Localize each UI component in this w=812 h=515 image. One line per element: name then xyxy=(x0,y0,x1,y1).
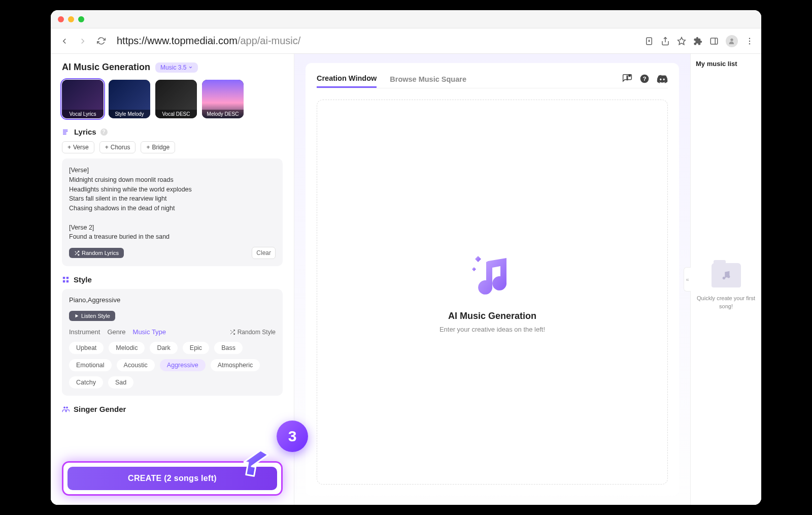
style-chips: UpbeatMelodicDarkEpicBassEmotionalAcoust… xyxy=(69,342,276,389)
mode-melody-desc[interactable]: Melody DESC xyxy=(202,80,244,118)
mid-card: Creation Window Browse Music Square ? xyxy=(306,63,679,496)
tab-browse-square[interactable]: Browse Music Square xyxy=(390,71,466,87)
add-verse-button[interactable]: + Verse xyxy=(62,141,94,153)
profile-avatar[interactable] xyxy=(726,35,738,47)
browser-window: https://www.topmediai.com/app/ai-music/ … xyxy=(51,10,761,505)
style-tabs: Instrument Genre Music Type Random Style xyxy=(69,328,276,336)
chip-dark[interactable]: Dark xyxy=(150,342,177,354)
svg-point-17 xyxy=(722,277,725,280)
lyrics-editor[interactable]: [Verse] Midnight cruising down moonlit r… xyxy=(62,158,283,266)
shuffle-icon xyxy=(74,250,80,256)
back-button[interactable] xyxy=(58,35,71,48)
share-icon[interactable] xyxy=(661,37,670,46)
lyrics-text[interactable]: [Verse] Midnight cruising down moonlit r… xyxy=(69,166,276,242)
close-window-button[interactable] xyxy=(58,16,64,22)
chip-aggressive[interactable]: Aggressive xyxy=(160,359,206,371)
svg-point-6 xyxy=(749,40,750,41)
right-panel: « My music list Quickly create your firs… xyxy=(690,54,761,505)
singer-gender-heading: Singer Gender xyxy=(62,405,283,413)
svg-rect-8 xyxy=(63,277,65,279)
music-note-icon xyxy=(467,251,518,302)
svg-point-7 xyxy=(749,43,750,44)
canvas-subtitle: Enter your creative ideas on the left! xyxy=(439,326,545,333)
minimize-window-button[interactable] xyxy=(68,16,74,22)
mode-style-melody[interactable]: Style Melody xyxy=(109,80,150,118)
mode-vocal-desc[interactable]: Vocal DESC xyxy=(155,80,197,118)
style-heading: Style xyxy=(62,275,283,284)
lyrics-heading: Lyrics ? xyxy=(62,127,283,136)
version-label: Music 3.5 xyxy=(160,64,186,71)
style-input[interactable]: Piano,Aggressive xyxy=(69,296,276,304)
svg-rect-2 xyxy=(710,38,718,44)
titlebar xyxy=(51,10,761,28)
empty-hint: Quickly create your first song! xyxy=(696,295,756,310)
random-lyrics-button[interactable]: Random Lyrics xyxy=(69,248,124,258)
tab-instrument[interactable]: Instrument xyxy=(69,328,100,336)
address-bar[interactable]: https://www.topmediai.com/app/ai-music/ xyxy=(113,35,639,47)
traffic-lights xyxy=(58,16,84,22)
tutorial-arrow-icon xyxy=(241,447,274,479)
forward-button[interactable] xyxy=(76,35,89,48)
svg-point-12 xyxy=(63,407,65,409)
mid-tabs: Creation Window Browse Music Square ? xyxy=(317,70,668,88)
style-editor: Piano,Aggressive Listen Style Instrument… xyxy=(62,289,283,396)
random-style-button[interactable]: Random Style xyxy=(229,329,276,336)
add-chorus-button[interactable]: + Chorus xyxy=(99,141,136,153)
discord-icon[interactable] xyxy=(657,74,668,85)
url-path: /app/ai-music/ xyxy=(238,35,301,47)
add-bridge-button[interactable]: + Bridge xyxy=(141,141,175,153)
listen-style-button[interactable]: Listen Style xyxy=(69,311,115,321)
collapse-handle[interactable]: « xyxy=(684,267,691,292)
tab-genre[interactable]: Genre xyxy=(107,328,125,336)
tab-creation-window[interactable]: Creation Window xyxy=(317,70,377,88)
extensions-icon[interactable] xyxy=(693,37,702,46)
menu-icon[interactable] xyxy=(745,37,754,46)
panel-icon[interactable] xyxy=(709,37,719,46)
mid-panel: Creation Window Browse Music Square ? xyxy=(294,54,690,505)
help-circle-icon[interactable]: ? xyxy=(639,74,650,85)
svg-text:?: ? xyxy=(642,75,646,82)
chip-melodic[interactable]: Melodic xyxy=(109,342,145,354)
svg-rect-10 xyxy=(63,280,65,282)
feedback-icon[interactable] xyxy=(622,74,632,85)
mode-vocal-lyrics[interactable]: Vocal Lyrics xyxy=(62,80,104,118)
tutorial-step-badge: 3 xyxy=(277,421,308,452)
maximize-window-button[interactable] xyxy=(78,16,84,22)
svg-point-18 xyxy=(727,275,730,278)
singer-icon xyxy=(62,405,70,413)
play-icon xyxy=(74,313,79,318)
chip-sad[interactable]: Sad xyxy=(108,376,133,389)
chip-bass[interactable]: Bass xyxy=(214,342,243,354)
svg-marker-1 xyxy=(678,37,686,44)
svg-point-4 xyxy=(730,38,733,41)
lyric-parts: + Verse + Chorus + Bridge xyxy=(62,141,283,153)
chevron-down-icon xyxy=(188,65,193,70)
svg-rect-9 xyxy=(66,277,69,279)
svg-point-14 xyxy=(628,74,631,77)
bookmark-star-icon[interactable] xyxy=(677,37,686,46)
page-title: AI Music Generation xyxy=(62,62,150,73)
chip-catchy[interactable]: Catchy xyxy=(69,376,103,389)
help-icon[interactable]: ? xyxy=(100,128,108,136)
left-panel: AI Music Generation Music 3.5 Vocal Lyri… xyxy=(51,54,294,505)
clear-lyrics-button[interactable]: Clear xyxy=(252,247,276,259)
shuffle-icon xyxy=(229,329,235,335)
chip-emotional[interactable]: Emotional xyxy=(69,359,112,371)
chip-upbeat[interactable]: Upbeat xyxy=(69,342,104,354)
mode-cards: Vocal Lyrics Style Melody Vocal DESC Mel… xyxy=(62,80,283,118)
chip-atmospheric[interactable]: Atmospheric xyxy=(211,359,260,371)
browser-toolbar: https://www.topmediai.com/app/ai-music/ xyxy=(51,28,761,54)
version-selector[interactable]: Music 3.5 xyxy=(155,62,198,73)
tab-music-type[interactable]: Music Type xyxy=(133,328,166,336)
svg-point-5 xyxy=(749,38,750,39)
install-app-icon[interactable] xyxy=(645,37,654,46)
url-origin: https://www.topmediai.com xyxy=(117,35,238,47)
browser-actions xyxy=(645,35,754,47)
reload-button[interactable] xyxy=(94,35,108,48)
my-music-title: My music list xyxy=(696,60,737,68)
folder-icon xyxy=(712,263,741,287)
chip-epic[interactable]: Epic xyxy=(183,342,209,354)
canvas-title: AI Music Generation xyxy=(448,311,536,321)
chip-acoustic[interactable]: Acoustic xyxy=(117,359,155,371)
style-icon xyxy=(62,276,70,283)
